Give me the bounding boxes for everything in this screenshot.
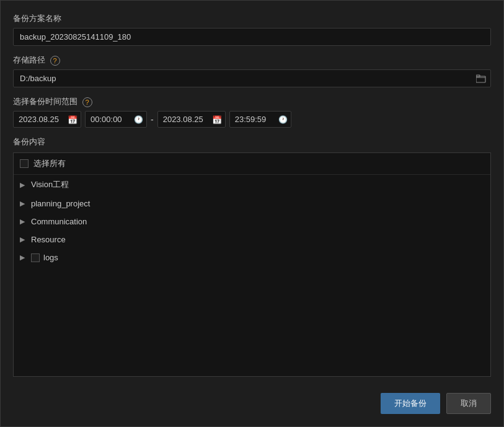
start-date-input[interactable] [13,111,81,128]
logs-checkbox[interactable] [31,253,40,262]
tree-item-logs[interactable]: ▶ logs [14,249,490,266]
end-date-wrap: 📅 [157,111,226,128]
folder-browse-button[interactable] [475,73,487,84]
backup-content-section: 备份内容 选择所有 ▶ Vision工程 ▶ planning_project … [13,136,491,377]
time-range-label: 选择备份时间范围 ? [13,96,491,107]
time-range-section: 选择备份时间范围 ? 📅 🕐 - 📅 🕐 [13,96,491,128]
end-time-wrap: 🕐 [229,111,291,128]
dialog-footer: 开始备份 取消 [13,387,491,414]
backup-dialog: 备份方案名称 存储路径 ? 选择备份时间范围 ? [0,0,504,427]
time-range-help-icon[interactable]: ? [82,97,92,107]
storage-path-label: 存储路径 ? [13,55,491,66]
tree-item-label-resource: Resource [31,235,66,244]
tree-item-communication[interactable]: ▶ Communication [14,213,490,231]
select-all-row[interactable]: 选择所有 [14,153,490,175]
end-date-input[interactable] [157,111,226,128]
start-time-wrap: 🕐 [85,111,147,128]
tree-item-label-communication: Communication [31,217,87,226]
tree-item-label-planning: planning_project [31,199,90,208]
tree-arrow-communication: ▶ [20,218,27,226]
end-time-input[interactable] [229,111,291,128]
storage-path-section: 存储路径 ? [13,55,491,87]
start-backup-button[interactable]: 开始备份 [381,393,440,414]
select-all-label: 选择所有 [33,158,66,169]
storage-path-input[interactable] [13,69,491,87]
plan-name-label: 备份方案名称 [13,13,491,24]
plan-name-section: 备份方案名称 [13,13,491,46]
tree-arrow-vision: ▶ [20,181,27,189]
start-date-wrap: 📅 [13,111,81,128]
tree-item-label-logs: logs [43,253,58,262]
start-time-input[interactable] [85,111,147,128]
tree-arrow-planning: ▶ [20,200,27,208]
backup-content-label: 备份内容 [13,136,491,147]
storage-path-input-row [13,69,491,87]
storage-path-help-icon[interactable]: ? [50,56,60,66]
backup-content-panel: 选择所有 ▶ Vision工程 ▶ planning_project ▶ Com… [13,152,491,377]
dash-separator: - [151,115,154,125]
select-all-checkbox[interactable] [20,159,29,168]
tree-item-vision[interactable]: ▶ Vision工程 [14,175,490,195]
cancel-button[interactable]: 取消 [446,393,491,414]
tree-arrow-logs: ▶ [20,253,27,262]
tree-item-label-vision: Vision工程 [31,179,69,190]
tree-arrow-resource: ▶ [20,236,27,244]
tree-item-planning[interactable]: ▶ planning_project [14,195,490,213]
tree-item-resource[interactable]: ▶ Resource [14,231,490,249]
plan-name-input[interactable] [13,28,491,46]
date-time-row: 📅 🕐 - 📅 🕐 [13,111,491,128]
